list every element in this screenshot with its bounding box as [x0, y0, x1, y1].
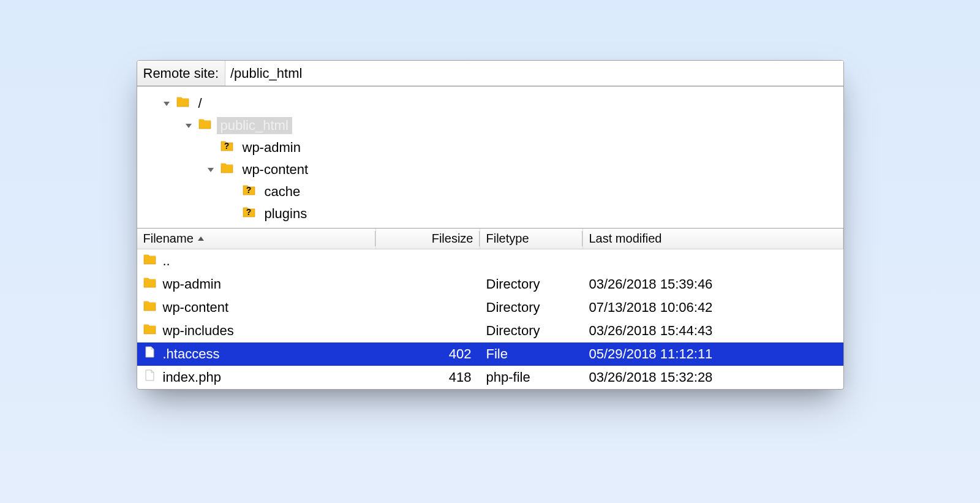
column-header-filesize[interactable]: Filesize [376, 229, 480, 249]
column-label: Last modified [589, 232, 662, 246]
folder-unknown-icon [243, 205, 256, 222]
tree-node[interactable]: / [146, 93, 835, 115]
column-label: Filetype [486, 232, 529, 246]
folder-icon [176, 95, 190, 112]
sort-asc-icon [197, 235, 205, 242]
folder-unknown-icon [243, 183, 256, 200]
file-icon [143, 346, 157, 363]
tree-node[interactable]: wp-content [146, 159, 835, 181]
tree-node[interactable]: cache [146, 181, 835, 203]
cell-filesize: 418 [376, 369, 480, 385]
cell-last-modified: 03/26/2018 15:32:28 [583, 369, 843, 385]
cell-last-modified: 05/29/2018 11:12:11 [583, 346, 843, 362]
column-label: Filesize [432, 232, 473, 246]
tree-node[interactable]: wp-admin [146, 137, 835, 159]
file-icon [143, 369, 157, 386]
folder-icon [143, 299, 157, 316]
cell-filename: .. [137, 252, 376, 270]
disclosure-triangle-icon [228, 209, 238, 219]
remote-path-input[interactable]: /public_html [225, 61, 843, 86]
column-resizer[interactable] [479, 231, 480, 246]
tree-node-label: plugins [261, 205, 311, 222]
remote-file-list[interactable]: ..wp-adminDirectory03/26/2018 15:39:46wp… [137, 249, 843, 389]
cell-last-modified: 07/13/2018 10:06:42 [583, 300, 843, 316]
tree-node-label: wp-content [239, 161, 312, 178]
file-row[interactable]: wp-contentDirectory07/13/2018 10:06:42 [137, 296, 843, 319]
file-row[interactable]: index.php418php-file03/26/2018 15:32:28 [137, 366, 843, 389]
cell-filename: wp-admin [137, 276, 376, 293]
remote-directory-tree[interactable]: /public_htmlwp-adminwp-contentcacheplugi… [137, 86, 843, 229]
column-label: Filename [143, 232, 194, 246]
disclosure-triangle-icon [228, 187, 238, 197]
folder-icon [143, 276, 157, 293]
tree-node[interactable]: public_html [146, 115, 835, 137]
disclosure-triangle-icon[interactable] [184, 121, 194, 130]
folder-icon [221, 161, 234, 178]
cell-filename: .htaccess [137, 346, 376, 363]
cell-filetype: php-file [480, 369, 583, 385]
cell-filetype: Directory [480, 300, 583, 316]
filename-text: .. [163, 253, 170, 269]
tree-node-label: public_html [217, 117, 292, 134]
cell-filename: wp-includes [137, 322, 376, 339]
column-resizer[interactable] [582, 231, 582, 246]
cell-last-modified: 03/26/2018 15:39:46 [583, 276, 843, 292]
cell-filetype: Directory [480, 276, 583, 292]
tree-node-label: wp-admin [239, 139, 304, 156]
filename-text: wp-content [163, 300, 229, 316]
disclosure-triangle-icon[interactable] [206, 165, 216, 175]
disclosure-triangle-icon [206, 143, 216, 153]
cell-filename: wp-content [137, 299, 376, 316]
filename-text: .htaccess [163, 346, 220, 362]
folder-icon [143, 322, 157, 339]
cell-last-modified: 03/26/2018 15:44:43 [583, 323, 843, 339]
tree-node-label: cache [261, 183, 304, 200]
file-row[interactable]: .htaccess402File05/29/2018 11:12:11 [137, 342, 843, 366]
ftp-remote-panel: Remote site: /public_html /public_htmlwp… [137, 60, 844, 390]
cell-filesize: 402 [376, 346, 480, 362]
tree-node[interactable]: plugins [146, 203, 835, 225]
file-list-header: Filename Filesize Filetype Last modified [137, 229, 843, 249]
folder-unknown-icon [221, 139, 234, 156]
file-row[interactable]: wp-includesDirectory03/26/2018 15:44:43 [137, 319, 843, 342]
cell-filetype: File [480, 346, 583, 362]
cell-filename: index.php [137, 369, 376, 386]
folder-icon [143, 252, 157, 270]
filename-text: wp-admin [163, 276, 221, 292]
file-row[interactable]: .. [137, 249, 843, 273]
tree-node-label: / [195, 95, 206, 112]
disclosure-triangle-icon[interactable] [162, 99, 172, 108]
folder-icon [198, 117, 212, 134]
file-row[interactable]: wp-adminDirectory03/26/2018 15:39:46 [137, 273, 843, 296]
cell-filetype: Directory [480, 323, 583, 339]
column-resizer[interactable] [375, 231, 375, 246]
column-header-filename[interactable]: Filename [137, 229, 376, 249]
filename-text: wp-includes [163, 323, 234, 339]
remote-path-bar: Remote site: /public_html [137, 61, 843, 86]
column-header-filetype[interactable]: Filetype [480, 229, 583, 249]
filename-text: index.php [163, 369, 221, 385]
remote-site-label: Remote site: [137, 61, 225, 86]
column-header-last-modified[interactable]: Last modified [583, 229, 843, 249]
